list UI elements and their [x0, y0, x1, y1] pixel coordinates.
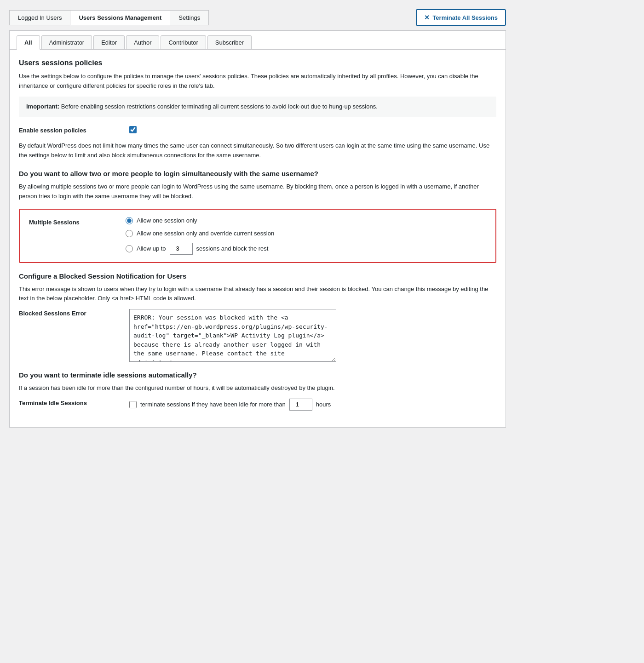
sessions-policies-description1: Use the settings below to configure the … [19, 72, 496, 91]
top-nav-tabs: Logged In Users Users Sessions Managemen… [9, 10, 209, 25]
blocked-sessions-error-label: Blocked Sessions Error [19, 309, 120, 317]
radio-option-allow-up-to[interactable]: Allow up to sessions and block the rest [126, 243, 274, 255]
terminate-all-sessions-button[interactable]: ✕ Terminate All Sessions [416, 9, 506, 26]
content-area: All Administrator Editor Author Contribu… [9, 30, 506, 428]
radio-option-one-session[interactable]: Allow one session only [126, 217, 274, 224]
role-tab-editor[interactable]: Editor [93, 35, 125, 49]
radio-override-session-label: Allow one session only and override curr… [137, 230, 274, 237]
multiple-sessions-box: Multiple Sessions Allow one session only… [19, 209, 496, 263]
terminate-idle-pre-label: terminate sessions if they have been idl… [140, 401, 286, 408]
important-box: Imoportant: Before enabling session rest… [19, 97, 496, 117]
radio-option-override-session[interactable]: Allow one session only and override curr… [126, 230, 274, 237]
role-tab-administrator[interactable]: Administrator [41, 35, 92, 49]
terminate-idle-heading: Do you want to terminate idle sessions a… [19, 371, 496, 379]
tab-users-sessions-management[interactable]: Users Sessions Management [70, 10, 170, 25]
blocked-session-description: This error message is shown to users whe… [19, 285, 496, 304]
terminate-idle-description: If a session has been idle for more than… [19, 383, 496, 393]
radio-one-session[interactable] [126, 217, 133, 224]
blocked-sessions-error-value: ERROR: Your session was blocked with the… [129, 309, 336, 362]
terminate-idle-value: terminate sessions if they have been idl… [129, 399, 331, 411]
terminate-idle-row: Terminate Idle Sessions terminate sessio… [19, 399, 496, 411]
enable-session-policies-label: Enable session policies [19, 126, 120, 134]
radio-override-session[interactable] [126, 230, 133, 237]
sessions-policies-title: Users sessions policies [19, 59, 496, 67]
main-content: Users sessions policies Use the settings… [10, 50, 506, 427]
top-nav: Logged In Users Users Sessions Managemen… [9, 9, 506, 26]
tab-logged-in-users[interactable]: Logged In Users [9, 10, 70, 25]
multiple-sessions-description: By allowing multiple sessions two or mor… [19, 182, 496, 201]
role-tabs: All Administrator Editor Author Contribu… [10, 31, 506, 50]
radio-allow-up-to[interactable] [126, 245, 133, 252]
x-icon: ✕ [424, 14, 430, 21]
terminate-idle-checkbox[interactable] [129, 401, 137, 408]
enable-session-policies-row: Enable session policies [19, 126, 496, 134]
blocked-session-heading: Configure a Blocked Session Notification… [19, 272, 496, 280]
role-tab-contributor[interactable]: Contributor [161, 35, 206, 49]
terminate-idle-inline: terminate sessions if they have been idl… [129, 399, 331, 411]
allow-up-to-pre-label: Allow up to [137, 245, 166, 252]
terminate-idle-post-label: hours [316, 401, 331, 408]
terminate-btn-label: Terminate All Sessions [432, 14, 498, 21]
radio-one-session-label: Allow one session only [137, 217, 197, 224]
role-tab-all[interactable]: All [17, 35, 40, 50]
important-label: Imoportant: [26, 103, 59, 110]
important-text: Before enabling session restrictions con… [61, 103, 378, 110]
sessions-policies-description2: By default WordPress does not limit how … [19, 141, 496, 160]
idle-hours-input[interactable] [289, 399, 312, 411]
role-tab-author[interactable]: Author [126, 35, 159, 49]
blocked-sessions-error-row: Blocked Sessions Error ERROR: Your sessi… [19, 309, 496, 362]
enable-session-policies-checkbox[interactable] [129, 126, 137, 133]
terminate-idle-label: Terminate Idle Sessions [19, 399, 120, 406]
multiple-sessions-heading: Do you want to allow two or more people … [19, 170, 496, 177]
tab-settings[interactable]: Settings [170, 10, 209, 25]
multiple-sessions-options: Allow one session only Allow one session… [126, 217, 274, 255]
sessions-count-input[interactable] [170, 243, 193, 255]
enable-session-policies-value [129, 126, 137, 133]
allow-up-to-post-label: sessions and block the rest [196, 245, 269, 252]
multiple-sessions-label: Multiple Sessions [29, 217, 112, 226]
role-tab-subscriber[interactable]: Subscriber [207, 35, 252, 49]
blocked-sessions-error-textarea[interactable]: ERROR: Your session was blocked with the… [129, 309, 336, 362]
